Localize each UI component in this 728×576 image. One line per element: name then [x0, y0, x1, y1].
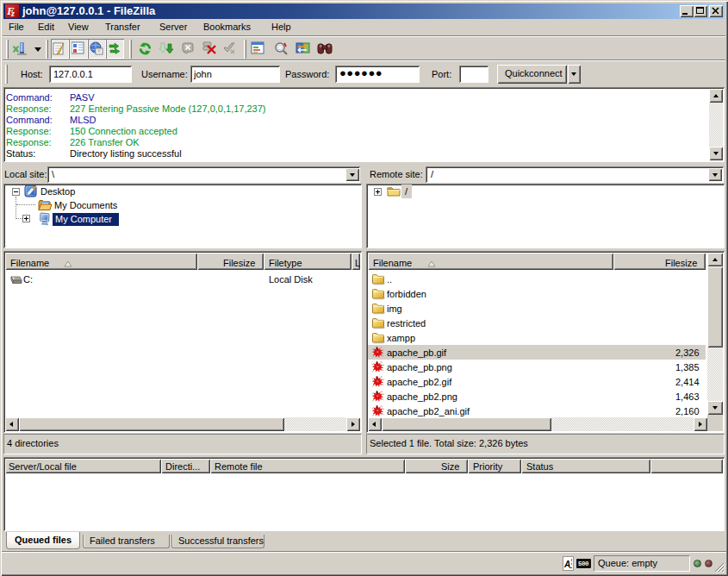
- svg-text:z: z: [10, 9, 15, 18]
